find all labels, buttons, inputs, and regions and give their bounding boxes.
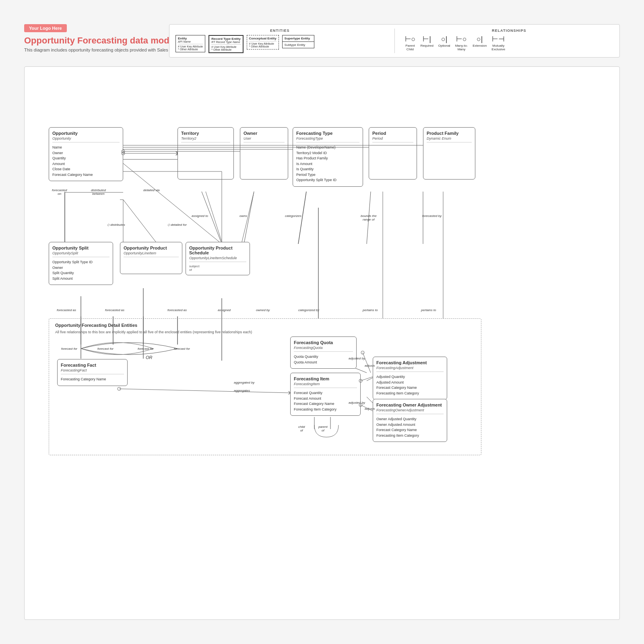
entity-forecasting-item: Forecasting Item ForecastingItem Forecas…: [290, 373, 361, 416]
forecasting-type-title: Forecasting Type: [296, 131, 359, 136]
forecasting-type-api: ForecastingType: [296, 136, 359, 142]
fi-api: ForecastingItem: [294, 382, 357, 388]
diagram-title: Opportunity Forecasting data model: [24, 35, 182, 46]
legend-entities-section: ENTITIES Entity API Name # User Key Attr…: [175, 29, 384, 53]
rel-detailed-for: ◇ detailed for: [167, 223, 187, 227]
product-family-title: Product Family: [427, 131, 472, 136]
rel-forecasted-as-3: forecasted as: [167, 308, 187, 312]
fa-attrs: Adjusted QuantityAdjusted AmountForecast…: [376, 374, 444, 396]
entity-forecasting-fact: Forecasting Fact ForecastingFact Forecas…: [57, 359, 128, 386]
opportunity-api: Opportunity: [52, 136, 120, 142]
rel-assigned-to: assigned to: [192, 214, 208, 218]
period-title: Period: [372, 131, 413, 136]
ff-title: Forecasting Fact: [61, 363, 124, 367]
rel-forecasted-on: forecastedon: [52, 188, 67, 196]
rel-forecast-for-2: forecast for: [97, 347, 114, 351]
svg-line-6: [298, 192, 306, 244]
entity-forecasting-quota: Forecasting Quota ForecastingQuota Quota…: [290, 336, 357, 369]
rel-categorizes: categorizes: [285, 214, 301, 218]
fq-title: Forecasting Quota: [294, 340, 353, 345]
foa-attrs: Owner Adjusted QuantityOwner Adjusted Am…: [376, 417, 444, 438]
legend-rel-optional: ○| Optional: [438, 35, 450, 51]
entity-forecasting-owner-adjustment: Forecasting Owner Adjustment Forecasting…: [373, 399, 447, 442]
legend-rel-extension: ○| Extension: [473, 35, 487, 51]
rel-forecast-for-3: forecast for: [138, 347, 154, 351]
legend-relationships-section: RELATIONSHIPS ⊢○ ParentChild ⊢| Required…: [405, 29, 614, 53]
entity-product-family: Product Family Dynamic Enum: [423, 127, 475, 180]
entity-opportunity-product: Opportunity Product OpportunityLineItem: [120, 242, 182, 274]
svg-line-34: [206, 192, 222, 242]
entity-opportunity: Opportunity Opportunity NameOwnerQuantit…: [49, 127, 123, 181]
product-family-api: Dynamic Enum: [427, 136, 472, 142]
page: Your Logo Here Opportunity Forecasting d…: [0, 0, 644, 644]
svg-line-4: [202, 192, 222, 244]
diagram-area: Opportunity Opportunity NameOwnerQuantit…: [24, 66, 620, 620]
rel-categorized-by: categorized by: [298, 308, 319, 312]
dashed-title: Opportunity Forecasting Detail Entities: [55, 323, 137, 328]
rel-adjusts-2: adjusts: [365, 407, 375, 411]
opp-split-title: Opportunity Split: [52, 246, 109, 250]
or-label: OR: [146, 355, 153, 360]
rel-pertains-to-1: pertains to: [363, 308, 378, 312]
fi-title: Forecasting Item: [294, 376, 357, 381]
rel-adjusts-1: adjusts: [365, 364, 375, 367]
rel-forecasted-as-1: forecasted as: [57, 308, 76, 312]
rel-child-of: childof: [298, 425, 305, 432]
fa-title: Forecasting Adjustment: [376, 360, 444, 365]
entity-owner: Owner User: [240, 127, 288, 180]
opp-split-api: OpportunitySplit: [52, 251, 109, 257]
opp-product-api: OpportunityLineItem: [124, 251, 179, 257]
rel-pertains-to-2: pertains to: [421, 308, 436, 312]
logo-badge: Your Logo Here: [24, 24, 67, 32]
rel-bounds-range: bounds therange of: [361, 214, 377, 221]
fi-attrs: Forecast QuantityForecast AmountForecast…: [294, 390, 357, 412]
legend-entity-dashed: Conceptual Entity # User Key Attribute* …: [247, 35, 279, 50]
legend-rel-mutually-exclusive: ⊢⊣ MutuallyExclusive: [491, 35, 505, 51]
entity-opportunity-split: Opportunity Split OpportunitySplit Oppor…: [49, 242, 113, 285]
opp-schedule-api: OpportunityLineItemSchedule: [189, 256, 246, 262]
entity-forecasting-adjustment: Forecasting Adjustment ForecastingAdjust…: [373, 357, 447, 400]
owner-title: Owner: [244, 131, 285, 136]
rel-forecasted-as-2: forecasted as: [105, 308, 124, 312]
legend-entity-normal: Entity API Name # User Key Attribute* Ot…: [175, 35, 205, 52]
rel-aggregated-by: aggregated by: [234, 381, 254, 384]
rel-forecast-for-1: forecast for: [61, 347, 77, 351]
legend-entities-title: ENTITIES: [175, 29, 384, 33]
legend: ENTITIES Entity API Name # User Key Attr…: [169, 24, 620, 58]
rel-detailed-via: detailed via: [143, 188, 159, 192]
rel-distributes: ◇ distributes: [107, 223, 125, 227]
rel-forecasted-by: forecasted by: [422, 214, 442, 218]
rel-owns: owns: [239, 214, 247, 218]
territory-api: Territory2: [181, 136, 230, 142]
entity-period: Period Period: [369, 127, 417, 180]
ff-attrs: Forecasting Category Name: [61, 377, 124, 382]
fa-api: ForecastingAdjustment: [376, 366, 444, 372]
opp-product-title: Opportunity Product: [124, 246, 179, 250]
svg-line-2: [123, 200, 157, 244]
foa-api: ForecastingOwnerAdjustment: [376, 408, 444, 414]
legend-rel-parent-child: ⊢○ ParentChild: [405, 35, 416, 51]
opportunity-title: Opportunity: [52, 131, 120, 136]
legend-entity-bold: Record Type Entity RT Record Type Name #…: [208, 35, 243, 53]
rel-distributed-between: distributedbetween: [91, 188, 106, 196]
territory-title: Territory: [181, 131, 230, 136]
rel-aggregates: aggregates: [234, 389, 250, 392]
legend-relationships-title: RELATIONSHIPS: [405, 29, 614, 33]
entity-territory: Territory Territory2: [178, 127, 234, 180]
period-api: Period: [372, 136, 413, 142]
header: Your Logo Here Opportunity Forecasting d…: [24, 24, 182, 52]
foa-title: Forecasting Owner Adjustment: [376, 402, 444, 407]
legend-rel-required: ⊢| Required: [420, 35, 433, 51]
owner-api: User: [244, 136, 285, 142]
opp-split-attrs: Opportunity Split Type IDOwnerSplit Quan…: [52, 260, 109, 281]
legend-rel-many-to-many: ⊢○ Many-to-Many: [455, 35, 468, 51]
legend-entity-supertype: Supertype Entity Subtype Entity: [282, 35, 314, 48]
ff-api: ForecastingFact: [61, 368, 124, 374]
diagram-subtitle: This diagram includes opportunity foreca…: [24, 47, 182, 52]
rel-owned-by: owned by: [256, 308, 270, 312]
rel-parent-of: parentof: [318, 425, 328, 432]
svg-line-5: [244, 192, 254, 244]
dashed-subtitle: All five relationships to this box are i…: [55, 330, 252, 334]
rel-assigned: assigned: [218, 308, 231, 312]
opportunity-attrs: NameOwnerQuantityAmountClose DateForecas…: [52, 145, 120, 178]
